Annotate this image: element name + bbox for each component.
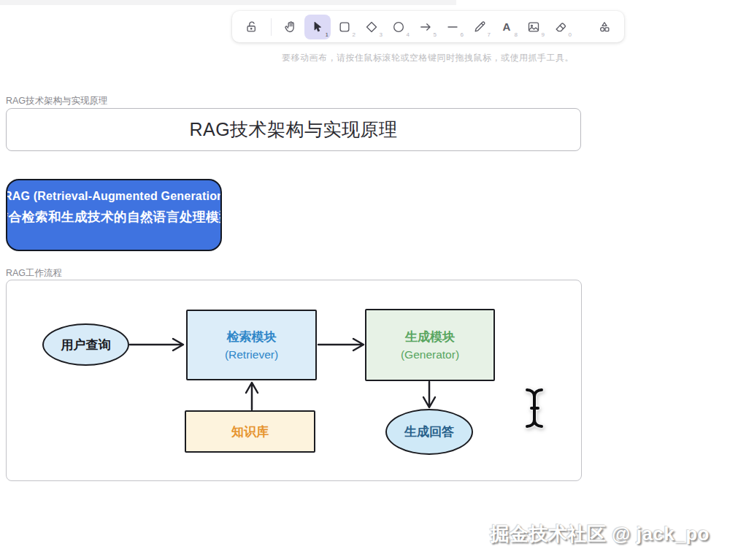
lock-tool-button[interactable] <box>239 15 265 39</box>
node-label: 用户查询 <box>61 337 111 353</box>
node-sublabel: (Generator) <box>401 348 459 361</box>
draw-tool-button[interactable]: 7 <box>466 15 493 39</box>
cursor-icon <box>310 20 325 34</box>
arrow-retriever-generator[interactable] <box>318 339 364 350</box>
node-label: 检索模块 <box>227 329 277 345</box>
line-icon <box>445 20 460 34</box>
ellipse-icon <box>391 20 406 34</box>
tool-shortcut: 8 <box>515 32 518 38</box>
node-answer[interactable]: 生成回答 <box>385 409 473 455</box>
node-knowledge-base[interactable]: 知识库 <box>185 410 315 453</box>
tool-shortcut: 3 <box>380 32 383 38</box>
pencil-icon <box>472 20 487 34</box>
diamond-icon <box>364 20 379 34</box>
node-label: 生成回答 <box>404 423 454 440</box>
rag-description-card[interactable]: RAG (Retrieval-Augmented Generation 结合检索… <box>6 179 222 251</box>
arrow-tool-button[interactable]: 5 <box>412 15 439 39</box>
tool-shortcut: 1 <box>326 32 328 38</box>
whiteboard-app: 1 2 3 4 5 <box>0 0 730 560</box>
selection-tool-button[interactable]: 1 <box>304 15 331 39</box>
top-edge-strip <box>0 0 456 5</box>
tool-shortcut: 6 <box>461 32 464 38</box>
rectangle-icon <box>337 20 352 34</box>
arrow-generator-answer[interactable] <box>423 382 435 407</box>
eraser-tool-button[interactable]: 0 <box>548 15 574 39</box>
tool-shortcut: 9 <box>542 32 545 38</box>
node-label: 知识库 <box>231 423 269 440</box>
node-sublabel: (Retriever) <box>225 348 278 361</box>
frame-label-workflow[interactable]: RAG工作流程 <box>6 267 62 280</box>
diamond-tool-button[interactable]: 3 <box>358 15 385 39</box>
tool-shortcut: 0 <box>569 32 572 38</box>
node-generator[interactable]: 生成模块 (Generator) <box>365 309 495 381</box>
eraser-icon <box>553 20 568 34</box>
canvas-hint-text: 要移动画布，请按住鼠标滚轮或空格键同时拖拽鼠标，或使用抓手工具。 <box>209 52 647 64</box>
description-line-2: 结合检索和生成技术的自然语言处理模型 <box>7 208 220 226</box>
line-tool-button[interactable]: 6 <box>439 15 466 39</box>
description-line-1: RAG (Retrieval-Augmented Generation <box>7 190 220 203</box>
node-label: 生成模块 <box>405 329 455 345</box>
node-retriever[interactable]: 检索模块 (Retriever) <box>186 310 317 380</box>
arrow-userquery-retriever[interactable] <box>130 339 183 350</box>
hand-tool-button[interactable] <box>277 15 304 39</box>
shapes-icon <box>597 20 612 34</box>
unlock-icon <box>245 20 259 34</box>
hand-icon <box>283 20 298 34</box>
page-title[interactable]: RAG技术架构与实现原理 <box>189 118 397 142</box>
text-icon: A <box>503 21 511 32</box>
tool-shortcut: 4 <box>407 32 410 38</box>
watermark-text: 掘金技术社区 @ jack_po <box>490 521 710 547</box>
text-tool-button[interactable]: A 8 <box>493 15 520 39</box>
drawing-toolbar: 1 2 3 4 5 <box>232 11 624 42</box>
text-cursor-icon <box>520 386 550 431</box>
tool-shortcut: 5 <box>434 32 437 38</box>
toolbar-divider <box>271 18 272 36</box>
architecture-frame[interactable]: RAG技术架构与实现原理 <box>6 108 581 151</box>
rectangle-tool-button[interactable]: 2 <box>331 15 358 39</box>
tool-shortcut: 2 <box>353 32 356 38</box>
tool-shortcut: 7 <box>488 32 491 38</box>
arrow-icon <box>418 20 433 34</box>
frame-label-architecture[interactable]: RAG技术架构与实现原理 <box>6 95 108 107</box>
node-user-query[interactable]: 用户查询 <box>42 323 129 366</box>
ellipse-tool-button[interactable]: 4 <box>385 15 412 39</box>
image-icon <box>526 20 541 34</box>
more-shapes-button[interactable] <box>591 15 618 39</box>
image-tool-button[interactable]: 9 <box>520 15 547 39</box>
arrow-knowledge-retriever[interactable] <box>246 383 258 410</box>
